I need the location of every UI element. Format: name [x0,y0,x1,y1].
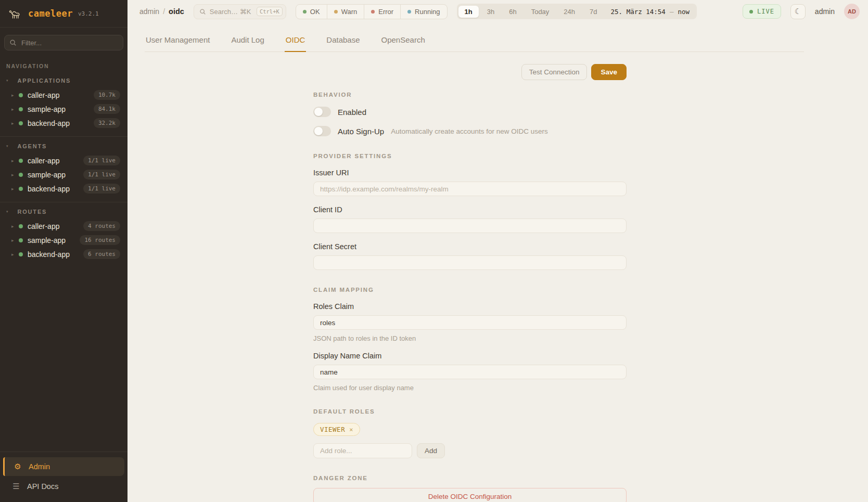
status-filter-error[interactable]: Error [364,5,400,19]
time-range-3h[interactable]: 3h [481,6,501,18]
menu-icon: ☰ [11,482,21,491]
breadcrumb-separator: / [163,7,165,16]
auto-signup-toggle[interactable] [313,126,331,136]
oidc-form: Test Connection Save BEHAVIOR Enabled Au… [313,64,627,502]
sidebar-group-routes: ▾ ROUTES ▸ caller-app 4 routes ▸ sample-… [0,202,127,261]
section-title-claims: CLAIM MAPPING [313,287,627,293]
live-status-dot [749,10,753,14]
breadcrumb-admin[interactable]: admin [139,7,159,16]
group-header-applications[interactable]: ▾ APPLICATIONS [0,78,127,84]
chevron-right-icon: ▸ [11,107,19,112]
status-dot [19,224,23,228]
chevron-down-icon: ▾ [6,210,8,214]
sidebar-item-agents-backend-app[interactable]: ▸ backend-app 1/1 live [0,182,127,196]
logo-row: cameleer v3.2.1 [0,0,127,28]
app-root: cameleer v3.2.1 NAVIGATION ▾ APPLICATION… [0,0,868,502]
search-icon [199,8,206,15]
filter-input[interactable] [4,35,123,50]
camel-logo-icon [7,7,23,20]
auto-signup-toggle-row: Auto Sign-Up Automatically create accoun… [313,126,627,136]
test-connection-button[interactable]: Test Connection [521,64,588,80]
live-badge[interactable]: LIVE [743,4,781,19]
sidebar-item-api-docs[interactable]: ☰ API Docs [3,477,124,496]
close-icon[interactable]: × [349,426,353,433]
theme-toggle-button[interactable]: ☾ [790,4,806,19]
client-secret-label: Client Secret [313,242,627,251]
group-header-agents[interactable]: ▾ AGENTS [0,143,127,149]
item-badge: 1/1 live [83,184,120,194]
item-badge: 1/1 live [83,170,120,179]
sidebar-item-applications-backend-app[interactable]: ▸ backend-app 32.2k [0,116,127,130]
roles-claim-field[interactable] [313,315,627,330]
client-id-label: Client ID [313,205,627,214]
add-role-button[interactable]: Add [417,443,445,458]
role-chip-viewer: VIEWER × [313,423,360,436]
live-label: LIVE [757,8,774,15]
sidebar-item-routes-sample-app[interactable]: ▸ sample-app 16 routes [0,233,127,247]
content-area: User Management Audit Log OIDC Database … [127,23,868,502]
sidebar-item-agents-sample-app[interactable]: ▸ sample-app 1/1 live [0,168,127,182]
item-label: caller-app [28,222,83,230]
sidebar-footer: ⚙ Admin ☰ API Docs [0,452,127,502]
client-secret-field[interactable] [313,255,627,270]
error-status-dot [371,10,375,14]
time-range-group: 1h 3h 6h Today 24h 7d 25. März 14:54 — n… [457,4,697,19]
tab-oidc[interactable]: OIDC [285,29,307,52]
app-version: v3.2.1 [78,10,99,17]
status-dot [19,159,23,163]
chevron-right-icon: ▸ [11,93,19,98]
footer-item-label: Admin [29,462,50,471]
tab-user-management[interactable]: User Management [145,29,211,52]
chevron-right-icon: ▸ [11,224,19,229]
sidebar-filter [4,35,123,50]
time-range-today[interactable]: Today [525,6,556,18]
enabled-toggle[interactable] [313,107,331,117]
topbar: admin / oidc Search… ⌘K Ctrl+K OK Warn [127,0,868,23]
status-filter-label: Running [415,8,440,16]
roles-claim-label: Roles Claim [313,302,627,311]
tab-audit-log[interactable]: Audit Log [230,29,265,52]
section-title-danger: DANGER ZONE [313,475,627,481]
issuer-uri-field[interactable] [313,182,627,196]
status-filter-ok[interactable]: OK [296,5,327,19]
sidebar-item-routes-backend-app[interactable]: ▸ backend-app 6 routes [0,247,127,261]
search-icon [9,39,17,46]
time-start: 25. März 14:54 [611,8,666,16]
time-display: 25. März 14:54 — now [611,8,690,16]
sidebar-item-applications-caller-app[interactable]: ▸ caller-app 10.7k [0,88,127,102]
app-name: cameleer [28,8,73,19]
section-title-behavior: BEHAVIOR [313,92,627,98]
status-dot [19,173,23,177]
status-filter-warn[interactable]: Warn [327,5,364,19]
global-search-input[interactable]: Search… ⌘K Ctrl+K [194,4,286,19]
display-name-claim-field[interactable] [313,365,627,379]
chevron-right-icon: ▸ [11,238,19,243]
time-range-1h[interactable]: 1h [458,6,479,18]
section-title-default-roles: DEFAULT ROLES [313,408,627,415]
save-button[interactable]: Save [591,64,627,80]
tab-database[interactable]: Database [325,29,361,52]
client-id-field[interactable] [313,218,627,233]
sidebar-item-admin[interactable]: ⚙ Admin [3,457,124,476]
add-role-input[interactable] [313,443,412,458]
item-label: sample-app [28,236,80,244]
time-range-7d[interactable]: 7d [583,6,603,18]
sidebar-item-applications-sample-app[interactable]: ▸ sample-app 84.1k [0,102,127,116]
sidebar-item-agents-caller-app[interactable]: ▸ caller-app 1/1 live [0,153,127,168]
main-area: admin / oidc Search… ⌘K Ctrl+K OK Warn [127,0,868,502]
delete-oidc-configuration-button[interactable]: Delete OIDC Configuration [313,488,627,502]
group-header-routes[interactable]: ▾ ROUTES [0,209,127,215]
chevron-down-icon: ▾ [6,79,8,83]
status-filter-running[interactable]: Running [400,5,446,19]
group-title: ROUTES [18,209,47,215]
section-claim-mapping: CLAIM MAPPING Roles Claim JSON path to r… [313,287,627,392]
tab-opensearch[interactable]: OpenSearch [380,29,426,52]
warn-status-dot [334,10,338,14]
time-range-24h[interactable]: 24h [557,6,581,18]
status-filter-label: OK [310,8,320,16]
sidebar-item-routes-caller-app[interactable]: ▸ caller-app 4 routes [0,219,127,233]
avatar[interactable]: AD [844,4,860,19]
chevron-right-icon: ▸ [11,252,19,257]
time-range-6h[interactable]: 6h [503,6,522,18]
toggle-label: Enabled [338,108,366,117]
